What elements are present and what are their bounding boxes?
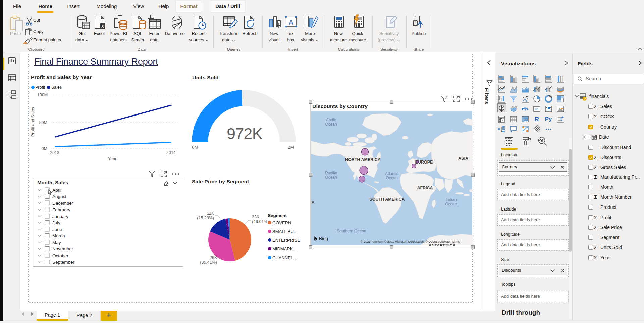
svg-text:CHANNEL...: CHANNEL...: [272, 255, 297, 260]
svg-text:February: February: [52, 207, 70, 212]
svg-text:(46.01%): (46.01%): [252, 219, 269, 224]
svg-text:123: 123: [534, 107, 539, 111]
svg-text:MIDMARK...: MIDMARK...: [272, 246, 297, 251]
svg-text:April: April: [52, 188, 61, 193]
svg-text:June: June: [52, 227, 62, 232]
svg-text:March: March: [52, 233, 65, 238]
svg-text:GOVERN...: GOVERN...: [272, 220, 295, 225]
svg-text:R: R: [534, 116, 539, 123]
svg-text:December: December: [52, 201, 73, 206]
svg-text:26K: 26K: [210, 255, 217, 260]
svg-text:Py: Py: [545, 116, 552, 122]
svg-text:(35.41%): (35.41%): [200, 260, 217, 265]
svg-text:October: October: [52, 253, 69, 258]
svg-text:33K: 33K: [252, 215, 260, 219]
svg-text:SMALL BU...: SMALL BU...: [272, 229, 298, 234]
svg-text:July: July: [52, 220, 60, 225]
svg-text:Profit and Sales: Profit and Sales: [31, 107, 35, 137]
svg-text:ENTERPRISE: ENTERPRISE: [272, 238, 300, 243]
svg-text:August: August: [52, 194, 66, 199]
svg-text:January: January: [52, 214, 68, 219]
svg-text:11K: 11K: [207, 211, 214, 216]
svg-text:May: May: [52, 240, 61, 245]
svg-text:September: September: [52, 260, 75, 265]
svg-text:Segment: Segment: [268, 213, 287, 218]
svg-text:November: November: [52, 246, 73, 251]
svg-text:(15.28%): (15.28%): [197, 216, 214, 220]
